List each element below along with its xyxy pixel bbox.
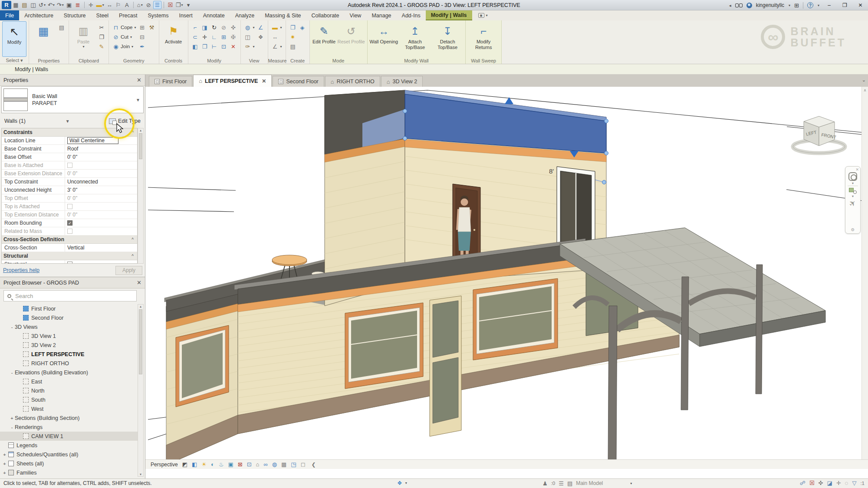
- panel-label[interactable]: Create: [286, 58, 309, 64]
- tree-item-south[interactable]: South: [0, 395, 138, 404]
- unpin-button[interactable]: ✠: [229, 32, 238, 42]
- restore-button[interactable]: ❐: [839, 2, 851, 8]
- tree-item-3d-view-1[interactable]: 3D View 1: [0, 331, 138, 341]
- properties-scrollbar[interactable]: ▴: [138, 128, 144, 264]
- tree-item-north[interactable]: North: [0, 386, 138, 395]
- array-button[interactable]: ⊞: [219, 32, 229, 42]
- ribbon-tab-collaborate[interactable]: Collaborate: [306, 10, 345, 20]
- property-group-constraints[interactable]: Constraints^: [2, 128, 137, 137]
- main-model-icon[interactable]: ▤: [567, 481, 572, 486]
- drawing-area[interactable]: 8': [145, 87, 868, 469]
- demolish-button[interactable]: ⚒: [147, 23, 157, 32]
- tree-item-families[interactable]: +Families: [0, 468, 138, 477]
- value-editor[interactable]: Wall Centerline: [67, 137, 118, 144]
- split-button[interactable]: ⊘: [219, 23, 229, 32]
- delete-button[interactable]: ✕: [229, 42, 238, 51]
- collapse-icon[interactable]: ^: [132, 130, 134, 135]
- property-value[interactable]: [65, 262, 137, 264]
- ribbon-tab-manage[interactable]: Manage: [366, 10, 396, 20]
- navigation-bar[interactable]: ✕ ▼ ▼ ✈ ⚙: [845, 166, 861, 234]
- property-row-top-is-attached[interactable]: Top is Attached: [2, 203, 137, 211]
- override-graphics-button[interactable]: ✑▾: [243, 42, 256, 51]
- close-button[interactable]: ✕: [855, 2, 866, 8]
- project-browser-header[interactable]: Project Browser - GROGS PAD ✕: [0, 277, 145, 288]
- property-group-structural[interactable]: Structural^: [2, 252, 137, 260]
- modify-tool-button[interactable]: ✛: [87, 1, 95, 9]
- shadows-button[interactable]: ◐: [211, 462, 214, 468]
- tree-item-right-ortho[interactable]: RIGHT ORTHO: [0, 359, 138, 368]
- save-button[interactable]: ◫: [29, 1, 37, 9]
- crop-view-button[interactable]: ⊠: [238, 462, 243, 468]
- tree-item-first-floor[interactable]: First Floor: [0, 304, 138, 313]
- pin-button[interactable]: ✜: [229, 23, 238, 32]
- property-value[interactable]: [65, 229, 137, 234]
- ribbon-tab-precast[interactable]: Precast: [114, 10, 142, 20]
- tree-item-left-perspective[interactable]: LEFT PERSPECTIVE: [0, 350, 138, 359]
- render-button[interactable]: ♨: [219, 462, 224, 468]
- property-row-base-offset[interactable]: Base Offset0' 0": [2, 153, 137, 161]
- copy-button[interactable]: ❐: [97, 32, 106, 42]
- mirror-axis-button[interactable]: ◨: [200, 23, 210, 32]
- display-box-button[interactable]: ◫: [243, 32, 256, 42]
- ribbon-tab-annotate[interactable]: Annotate: [198, 10, 230, 20]
- 3d-model-view[interactable]: 8': [145, 87, 868, 469]
- expander-icon[interactable]: +: [2, 470, 7, 475]
- tree-item-schedules-quantities-all[interactable]: +Schedules/Quantities (all): [0, 450, 138, 459]
- properties-header[interactable]: Properties ✕: [0, 75, 145, 86]
- first-floor-window-right[interactable]: [473, 278, 558, 360]
- tree-item-cam-view-1[interactable]: CAM VIEW 1: [0, 432, 138, 441]
- sun-path-button[interactable]: ☀: [201, 462, 207, 468]
- view-tab-second-floor[interactable]: Second Floor: [273, 76, 324, 87]
- property-row-related-to-mass[interactable]: Related to Mass: [2, 227, 137, 236]
- scale-button[interactable]: ⊡: [219, 42, 229, 51]
- beam-joins-button[interactable]: ⊟: [138, 32, 147, 42]
- property-value[interactable]: 0' 0": [65, 154, 137, 160]
- tree-item-second-floor[interactable]: Second Floor: [0, 313, 138, 322]
- expander-icon[interactable]: -: [9, 425, 15, 430]
- browser-scrollbar[interactable]: ▴▾: [138, 304, 144, 477]
- extend-button[interactable]: ⊢: [210, 42, 219, 51]
- revit-home-button[interactable]: R: [2, 1, 11, 9]
- properties-help-link[interactable]: Properties help: [3, 267, 39, 273]
- first-floor-window-left[interactable]: [345, 303, 423, 389]
- back-icon[interactable]: ◂: [729, 3, 731, 8]
- checkbox[interactable]: [67, 262, 72, 264]
- ribbon-tab-architecture[interactable]: Architecture: [19, 10, 59, 20]
- redo-button[interactable]: ↷▾: [56, 1, 65, 9]
- select-pinned-toggle[interactable]: ✜: [819, 480, 823, 486]
- checkbox[interactable]: [67, 163, 72, 168]
- property-value[interactable]: 0' 0": [65, 212, 137, 218]
- property-row-room-bounding[interactable]: Room Bounding✓: [2, 219, 137, 227]
- panel-label[interactable]: Controls: [159, 58, 188, 64]
- ribbon-tab-systems[interactable]: Systems: [142, 10, 174, 20]
- displacement-button[interactable]: ◳: [291, 462, 296, 468]
- property-value[interactable]: [65, 204, 137, 209]
- ribbon-tab-view[interactable]: View: [345, 10, 367, 20]
- tree-item-legends[interactable]: Legends: [0, 441, 138, 450]
- ribbon-tab-insert[interactable]: Insert: [174, 10, 197, 20]
- section-button[interactable]: ⊘: [145, 1, 153, 9]
- match-type-button[interactable]: ✎: [97, 42, 106, 51]
- search-input[interactable]: [14, 292, 133, 300]
- design-options-icon[interactable]: ☰: [559, 481, 564, 486]
- ribbon-tab-add-ins[interactable]: Add-Ins: [397, 10, 426, 20]
- browser-search[interactable]: [3, 290, 137, 301]
- expander-icon[interactable]: +: [2, 461, 7, 466]
- main-model-label[interactable]: Main Model: [576, 480, 603, 486]
- help-icon[interactable]: ?: [807, 2, 813, 8]
- chevron-down-icon[interactable]: ▾: [630, 481, 632, 485]
- signed-in-user[interactable]: kingenuityllc: [756, 2, 784, 8]
- pan-icon[interactable]: ✈: [847, 198, 858, 210]
- house-left-wing[interactable]: [166, 288, 238, 465]
- close-icon[interactable]: ✕: [137, 279, 141, 286]
- property-row-cross-section[interactable]: Cross-SectionVertical: [2, 244, 137, 252]
- close-inactive-windows-button[interactable]: ☒: [166, 1, 174, 9]
- ribbon-tab-analyze[interactable]: Analyze: [230, 10, 260, 20]
- reset-profile-button[interactable]: ↺Reset Profile: [338, 21, 365, 57]
- store-cart-icon[interactable]: ⊞: [794, 2, 799, 9]
- visual-style-button[interactable]: ◧: [192, 462, 197, 468]
- apply-button[interactable]: Apply: [115, 266, 142, 275]
- print-button[interactable]: ▣: [65, 1, 73, 9]
- trim-extend-button[interactable]: ∟: [210, 32, 219, 42]
- create-group-button[interactable]: ❐: [288, 23, 298, 32]
